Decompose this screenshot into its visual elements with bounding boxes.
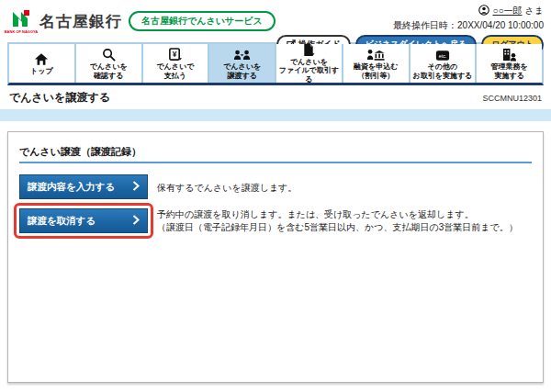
nav-label: でんさいを 譲渡する: [223, 62, 261, 80]
bank-logo-caption: BANK OF NAGOYA: [5, 29, 39, 34]
user-line: ○○一郎 さま: [478, 5, 544, 17]
header-brand: BANK OF NAGOYA 名古屋銀行 名古屋銀行でんさいサービス: [9, 5, 276, 35]
file-icon: [302, 43, 315, 57]
section-title: でんさい譲渡（譲渡記録）: [19, 145, 532, 163]
action-row-cancel-transfer: 譲渡を取消する 予約中の譲渡を取り消します。または、受け取ったでんさいを返却しま…: [19, 208, 532, 239]
nav-item-apply-loan[interactable]: 融資を申込む （割引等）: [343, 44, 410, 83]
bank-logo-icon: BANK OF NAGOYA: [9, 7, 33, 35]
main-nav: トップ でんさいを 確認する ¥ でんさいで 支払う: [7, 42, 544, 85]
page-title-row: でんさいを譲渡する SCCMNU12301: [0, 85, 551, 109]
svg-text:etc.: etc.: [439, 53, 447, 59]
user-name[interactable]: ○○一郎: [492, 5, 522, 17]
bank-name: 名古屋銀行: [39, 11, 122, 32]
etc-icon: etc.: [435, 46, 450, 62]
nav-item-confirm-densai[interactable]: でんさいを 確認する: [76, 44, 143, 83]
densai-service-screen: BANK OF NAGOYA 名古屋銀行 名古屋銀行でんさいサービス ○○一郎 …: [0, 0, 551, 392]
nav-label: 融資を申込む （割引等）: [354, 62, 398, 80]
title-divider-bar: [0, 109, 551, 121]
cancel-transfer-button[interactable]: 譲渡を取消する: [19, 208, 148, 233]
last-operation-datetime: 最終操作日時：20XX/04/20 10:00:00: [393, 19, 544, 32]
cancel-transfer-label: 譲渡を取消する: [28, 215, 96, 228]
user-icon: [478, 5, 489, 17]
svg-text:¥: ¥: [173, 50, 177, 59]
chevron-right-icon: [132, 215, 140, 227]
nav-item-transfer-densai[interactable]: でんさいを 譲渡する: [209, 44, 276, 83]
nav-item-top[interactable]: トップ: [9, 44, 76, 83]
action-description: 予約中の譲渡を取り消します。または、受け取ったでんさいを返却します。 （譲渡日（…: [157, 208, 518, 233]
nav-label: その他の お取引を実施する: [413, 62, 473, 80]
input-transfer-details-label: 譲渡内容を入力する: [28, 181, 115, 194]
page-title: でんさいを譲渡する: [9, 90, 110, 106]
tutorial-highlight-box: 譲渡を取消する: [14, 203, 153, 239]
nav-item-densai-file-transaction[interactable]: でんさいを ファイルで取引する: [276, 44, 343, 83]
yen-document-icon: ¥: [168, 46, 182, 62]
nav-item-other-transactions[interactable]: etc. その他の お取引を実施する: [410, 44, 478, 83]
nav-item-admin-tasks[interactable]: 管理業務を 実施する: [477, 44, 542, 83]
nav-label: でんさいを 確認する: [90, 62, 128, 80]
input-transfer-details-button[interactable]: 譲渡内容を入力する: [19, 174, 148, 199]
home-icon: [34, 50, 49, 66]
action-row-input-transfer: 譲渡内容を入力する 保有するでんさいを譲渡します。: [19, 174, 532, 199]
nav-label: トップ: [30, 67, 53, 76]
chevron-right-icon: [132, 181, 140, 193]
loan-bank-icon: [366, 46, 385, 62]
transfer-people-icon: [233, 46, 252, 62]
admin-building-icon: [501, 46, 517, 62]
nav-label: 管理業務を 実施する: [491, 62, 528, 80]
service-badge: 名古屋銀行でんさいサービス: [129, 11, 276, 31]
nav-item-pay-with-densai[interactable]: ¥ でんさいで 支払う: [143, 44, 210, 83]
content-panel: でんさい譲渡（譲渡記録） 譲渡内容を入力する 保有するでんさいを譲渡します。 譲…: [7, 131, 544, 383]
screen-id: SCCMNU12301: [482, 94, 542, 103]
nav-label: でんさいで 支払う: [156, 62, 194, 80]
action-description: 保有するでんさいを譲渡します。: [157, 174, 297, 195]
user-honorific: さま: [525, 5, 544, 17]
search-icon: [102, 46, 116, 62]
nav-label: でんさいを ファイルで取引する: [277, 58, 341, 84]
header: BANK OF NAGOYA 名古屋銀行 名古屋銀行でんさいサービス ○○一郎 …: [0, 0, 551, 42]
